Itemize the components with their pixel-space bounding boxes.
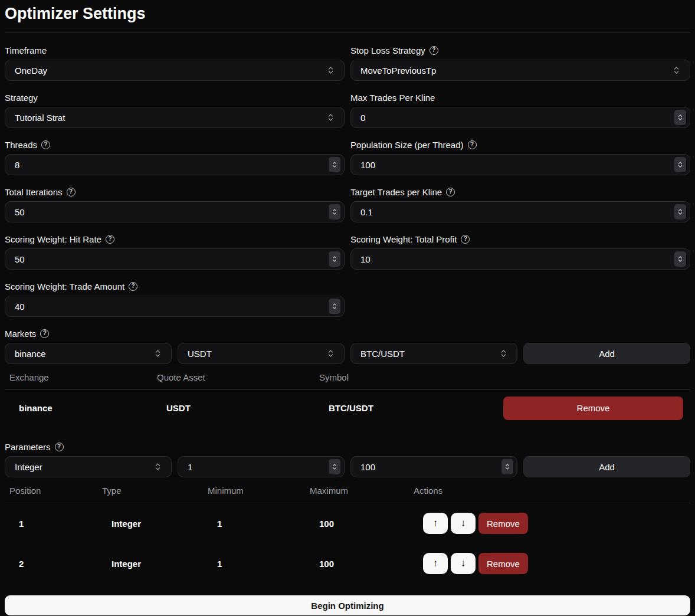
field-scoring-weight-hit-rate: Scoring Weight: Hit Rate ? 50 <box>5 234 345 270</box>
move-up-button[interactable]: ↑ <box>423 553 448 574</box>
number-spinner[interactable] <box>329 459 340 474</box>
exchange-select[interactable]: binance <box>5 343 172 364</box>
select-value: OneDay <box>5 65 47 76</box>
scoring-weight-hit-rate-input[interactable]: 50 <box>5 248 345 270</box>
select-value: BTC/USDT <box>351 349 405 359</box>
remove-parameter-button[interactable]: Remove <box>478 513 528 534</box>
number-spinner[interactable] <box>674 251 686 267</box>
arrow-up-icon: ↑ <box>433 517 438 529</box>
number-spinner[interactable] <box>329 204 340 219</box>
number-spinner[interactable] <box>329 251 340 267</box>
field-threads: Threads ? 8 <box>5 139 345 175</box>
parameter-table-row: 2 Integer 1 100 ↑ ↓ Remove <box>5 543 690 584</box>
input-value: 40 <box>5 302 25 312</box>
chevrons-up-down-icon <box>326 66 335 75</box>
help-icon[interactable]: ? <box>55 443 64 451</box>
input-value: 8 <box>5 160 19 170</box>
market-exchange-cell: binance <box>5 403 152 413</box>
field-label: Total Iterations <box>5 187 63 197</box>
symbol-select[interactable]: BTC/USDT <box>350 343 517 364</box>
help-icon[interactable]: ? <box>106 235 114 244</box>
select-value: MoveToPreviousTp <box>351 65 436 76</box>
stop-loss-strategy-select[interactable]: MoveToPreviousTp <box>350 60 690 81</box>
field-scoring-weight-trade-amount: Scoring Weight: Trade Amount ? 40 <box>5 281 345 317</box>
field-max-trades-per-kline: Max Trades Per Kline 0 <box>350 92 690 128</box>
select-value: binance <box>5 349 46 359</box>
help-icon[interactable]: ? <box>468 140 477 149</box>
field-label: Scoring Weight: Hit Rate <box>5 234 101 244</box>
move-down-button[interactable]: ↓ <box>451 513 476 534</box>
parameters-section-label: Parameters <box>5 442 51 452</box>
max-trades-per-kline-input[interactable]: 0 <box>350 107 690 128</box>
chevrons-up-down-icon <box>153 463 162 471</box>
threads-input[interactable]: 8 <box>5 154 345 175</box>
number-spinner[interactable] <box>674 204 686 219</box>
number-spinner[interactable] <box>501 459 513 474</box>
field-label: Target Trades per Kline <box>350 187 442 197</box>
field-total-iterations: Total Iterations ? 50 <box>5 186 345 222</box>
field-label: Population Size (per Thread) <box>350 140 464 150</box>
arrow-up-icon: ↑ <box>433 558 438 569</box>
help-icon[interactable]: ? <box>41 140 50 149</box>
number-spinner[interactable] <box>674 110 686 125</box>
remove-parameter-button[interactable]: Remove <box>478 553 528 574</box>
number-spinner[interactable] <box>329 299 340 314</box>
strategy-select[interactable]: Tutorial Strat <box>5 107 345 128</box>
input-value: 100 <box>351 160 375 170</box>
parameter-min-input[interactable]: 1 <box>178 456 345 477</box>
help-icon[interactable]: ? <box>430 46 438 55</box>
remove-market-button[interactable]: Remove <box>503 397 683 420</box>
total-iterations-input[interactable]: 50 <box>5 201 345 222</box>
field-label: Max Trades Per Kline <box>350 93 435 103</box>
parameter-max-input[interactable]: 100 <box>350 456 517 477</box>
column-header-quote-asset: Quote Asset <box>152 372 314 382</box>
markets-section: Markets ? binance USDT BTC/USDT <box>5 328 690 426</box>
market-symbol-cell: BTC/USDT <box>314 403 499 413</box>
chevrons-up-down-icon <box>153 349 162 358</box>
chevrons-up-down-icon <box>499 349 508 358</box>
parameter-minimum-cell: 1 <box>203 559 305 569</box>
parameter-position-cell: 1 <box>5 519 97 529</box>
markets-table-header: Exchange Quote Asset Symbol <box>5 364 690 390</box>
column-header-exchange: Exchange <box>5 372 152 382</box>
field-scoring-weight-total-profit: Scoring Weight: Total Profit ? 10 <box>350 234 690 270</box>
parameter-minimum-cell: 1 <box>203 519 305 529</box>
add-parameter-button[interactable]: Add <box>523 456 690 477</box>
help-icon[interactable]: ? <box>67 188 76 196</box>
help-icon[interactable]: ? <box>129 282 137 291</box>
timeframe-select[interactable]: OneDay <box>5 60 345 81</box>
number-spinner[interactable] <box>674 157 686 172</box>
scoring-weight-total-profit-input[interactable]: 10 <box>350 248 690 270</box>
field-label: Threads <box>5 140 37 150</box>
move-down-button[interactable]: ↓ <box>451 553 476 574</box>
scoring-weight-trade-amount-input[interactable]: 40 <box>5 296 345 317</box>
column-header-position: Position <box>5 486 97 496</box>
parameters-section: Parameters ? Integer 1 100 <box>5 441 690 584</box>
number-spinner[interactable] <box>329 157 340 172</box>
target-trades-per-kline-input[interactable]: 0.1 <box>350 201 690 222</box>
field-timeframe: Timeframe OneDay <box>5 45 345 81</box>
parameters-table-header: Position Type Minimum Maximum Actions <box>5 477 690 503</box>
parameter-maximum-cell: 100 <box>305 519 409 529</box>
parameter-type-cell: Integer <box>97 559 203 569</box>
help-icon[interactable]: ? <box>40 329 49 338</box>
input-value: 1 <box>178 462 192 472</box>
add-market-row: binance USDT BTC/USDT Add <box>5 343 690 364</box>
quote-asset-select[interactable]: USDT <box>178 343 345 364</box>
input-value: 50 <box>5 207 25 217</box>
population-size-input[interactable]: 100 <box>350 154 690 175</box>
field-label: Strategy <box>5 93 38 103</box>
page-header: Optimizer Settings <box>5 0 690 33</box>
field-strategy: Strategy Tutorial Strat <box>5 92 345 128</box>
move-up-button[interactable]: ↑ <box>423 513 448 534</box>
parameter-type-select[interactable]: Integer <box>5 456 172 477</box>
help-icon[interactable]: ? <box>446 188 455 196</box>
parameter-table-row: 1 Integer 1 100 ↑ ↓ Remove <box>5 503 690 543</box>
select-value: USDT <box>178 349 212 359</box>
select-value: Tutorial Strat <box>5 113 65 123</box>
market-table-row: binance USDT BTC/USDT Remove <box>5 390 690 426</box>
add-market-button[interactable]: Add <box>523 343 690 364</box>
select-value: Integer <box>5 462 42 472</box>
begin-optimizing-button[interactable]: Begin Optimizing <box>5 595 690 615</box>
help-icon[interactable]: ? <box>461 235 470 244</box>
